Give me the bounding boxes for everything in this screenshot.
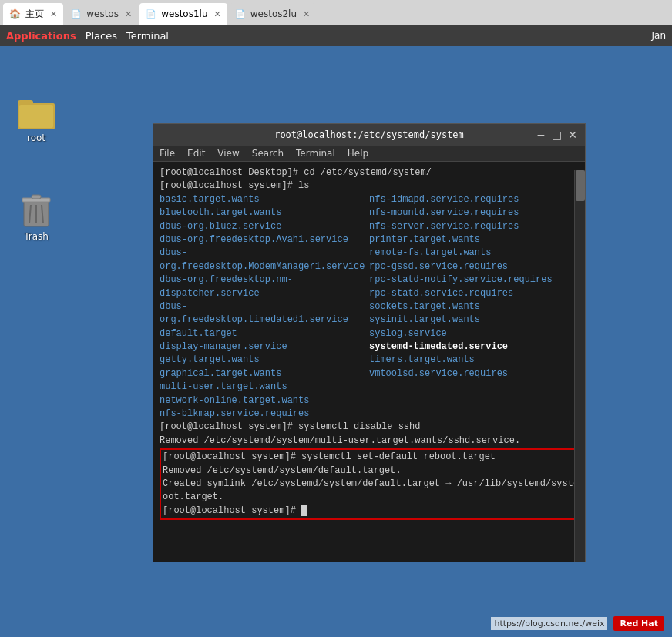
terminal-cursor bbox=[301, 505, 307, 516]
applications-menu[interactable]: Applications bbox=[6, 30, 76, 42]
root-label: root bbox=[27, 132, 45, 143]
redhat-logo: Red Hat bbox=[613, 616, 664, 631]
ls-item: nfs-server.service.requires bbox=[369, 220, 579, 233]
ls-item: display-manager.service bbox=[160, 340, 369, 354]
ls-item: dbus-org.bluez.service bbox=[160, 220, 369, 233]
ls-item: graphical.target.wants bbox=[160, 367, 369, 381]
terminal-body[interactable]: [root@localhost Desktop]# cd /etc/system… bbox=[153, 162, 585, 553]
watermark: https://blog.csdn.net/weix Red Hat bbox=[491, 616, 664, 631]
ls-item: vmtoolsd.service.requires bbox=[369, 367, 579, 381]
terminal-menubar: File Edit View Search Terminal Help bbox=[153, 146, 585, 162]
ls-item: sysinit.target.wants bbox=[369, 313, 579, 327]
svg-rect-5 bbox=[32, 195, 41, 199]
terminal-close[interactable]: ✕ bbox=[566, 129, 579, 141]
term-line-disable: [root@localhost system]# systemctl disab… bbox=[160, 421, 579, 434]
highlighted-block: [root@localhost system]# systemctl set-d… bbox=[160, 448, 579, 520]
ls-col-right: nfs-idmapd.service.requires nfs-mountd.s… bbox=[369, 193, 579, 421]
trash-icon bbox=[18, 193, 55, 230]
trash-label: Trash bbox=[24, 231, 49, 242]
terminal-maximize[interactable]: □ bbox=[550, 129, 563, 141]
menu-help[interactable]: Help bbox=[348, 148, 368, 159]
menu-terminal[interactable]: Terminal bbox=[296, 148, 335, 159]
ls-item: rpc-statd.service.requires bbox=[369, 287, 579, 300]
term-line-removed: Removed /etc/systemd/system/multi-user.t… bbox=[160, 434, 579, 448]
scrollbar-thumb[interactable] bbox=[576, 170, 585, 201]
tab-westos[interactable]: 📄 westos ✕ bbox=[65, 3, 138, 25]
close-tab-westos2lu[interactable]: ✕ bbox=[303, 9, 310, 19]
menu-view[interactable]: View bbox=[217, 148, 239, 159]
terminal-minimize[interactable]: − bbox=[535, 129, 547, 141]
term-line-cd: [root@localhost Desktop]# cd /etc/system… bbox=[160, 166, 579, 179]
ls-item: sockets.target.wants bbox=[369, 300, 579, 313]
topbar-time: Jan bbox=[652, 30, 667, 41]
term-line-oot: oot.target. bbox=[163, 491, 576, 504]
ls-item: nfs-mountd.service.requires bbox=[369, 206, 579, 220]
ls-item: bluetooth.target.wants bbox=[160, 206, 369, 220]
terminal-controls: − □ ✕ bbox=[535, 129, 579, 141]
ls-item-bold: systemd-timedated.service bbox=[369, 340, 579, 354]
tab-westos2lu[interactable]: 📄 westos2lu ✕ bbox=[229, 3, 317, 25]
term-line-prompt: [root@localhost system]# bbox=[163, 505, 576, 518]
ls-item: basic.target.wants bbox=[160, 193, 369, 206]
ls-item: network-online.target.wants bbox=[160, 394, 369, 407]
ls-item: timers.target.wants bbox=[369, 354, 579, 367]
terminal-titlebar: root@localhost:/etc/systemd/system − □ ✕ bbox=[153, 124, 585, 146]
term-line-symlink: Created symlink /etc/systemd/system/defa… bbox=[163, 478, 576, 491]
ls-item: dbus-org.freedesktop.Avahi.service bbox=[160, 233, 369, 246]
ls-item: nfs-idmapd.service.requires bbox=[369, 193, 579, 206]
ls-item: nfs-blkmap.service.requires bbox=[160, 407, 369, 421]
tab-bar: 🏠 主页 ✕ 📄 westos ✕ 📄 westos1lu ✕ 📄 westos… bbox=[0, 0, 672, 25]
terminal-title: root@localhost:/etc/systemd/system bbox=[274, 129, 464, 140]
terminal-scrollbar[interactable] bbox=[574, 170, 585, 562]
ls-item: rpc-gssd.service.requires bbox=[369, 260, 579, 273]
browser-chrome: 🏠 主页 ✕ 📄 westos ✕ 📄 westos1lu ✕ 📄 westos… bbox=[0, 0, 672, 25]
desktop-icon-root[interactable]: root bbox=[9, 94, 63, 143]
ls-item: dbus-org.freedesktop.timedated1.service bbox=[160, 300, 369, 327]
ls-item: printer.target.wants bbox=[369, 233, 579, 246]
ls-item: dbus-org.freedesktop.nm-dispatcher.servi… bbox=[160, 273, 369, 300]
desktop-icon-trash[interactable]: Trash bbox=[9, 193, 63, 242]
menu-edit[interactable]: Edit bbox=[187, 148, 205, 159]
terminal-menu[interactable]: Terminal bbox=[126, 30, 169, 42]
term-line-removed2: Removed /etc/systemd/system/default.targ… bbox=[163, 464, 576, 478]
tab-home[interactable]: 🏠 主页 ✕ bbox=[3, 3, 63, 25]
ls-item: default.target bbox=[160, 327, 369, 340]
places-menu[interactable]: Places bbox=[86, 30, 117, 42]
gnome-topbar: Applications Places Terminal Jan bbox=[0, 25, 672, 46]
terminal-window: root@localhost:/etc/systemd/system − □ ✕… bbox=[153, 123, 586, 562]
watermark-url: https://blog.csdn.net/weix bbox=[491, 617, 607, 630]
ls-output: basic.target.wants bluetooth.target.want… bbox=[160, 193, 579, 421]
close-tab-westos1lu[interactable]: ✕ bbox=[214, 9, 221, 19]
term-line-ls: [root@localhost system]# ls bbox=[160, 179, 579, 193]
menu-search[interactable]: Search bbox=[252, 148, 284, 159]
ls-item: remote-fs.target.wants bbox=[369, 246, 579, 260]
folder-icon bbox=[18, 94, 55, 131]
desktop: Applications Places Terminal Jan root bbox=[0, 25, 672, 637]
term-line-set-default: [root@localhost system]# systemctl set-d… bbox=[163, 451, 576, 464]
ls-col-left: basic.target.wants bluetooth.target.want… bbox=[160, 193, 369, 421]
ls-item: multi-user.target.wants bbox=[160, 381, 369, 394]
ls-item: syslog.service bbox=[369, 327, 579, 340]
ls-item: rpc-statd-notify.service.requires bbox=[369, 273, 579, 287]
tab-westos1lu[interactable]: 📄 westos1lu ✕ bbox=[139, 3, 227, 25]
close-tab-westos[interactable]: ✕ bbox=[125, 9, 132, 19]
ls-item: dbus-org.freedesktop.ModemManager1.servi… bbox=[160, 246, 369, 273]
close-tab-home[interactable]: ✕ bbox=[50, 9, 57, 19]
ls-item: getty.target.wants bbox=[160, 354, 369, 367]
menu-file[interactable]: File bbox=[160, 148, 175, 159]
svg-rect-2 bbox=[19, 105, 53, 128]
